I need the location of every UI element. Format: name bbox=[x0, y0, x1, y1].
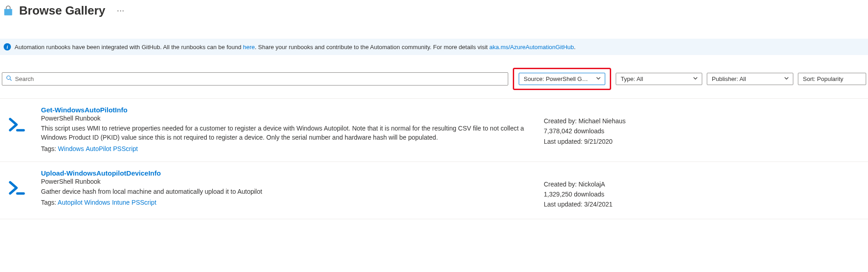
tags-label: Tags: bbox=[41, 145, 58, 152]
tag-link[interactable]: AutoPilot bbox=[86, 145, 111, 152]
created-by: Created by: NickolajA bbox=[544, 179, 662, 189]
result-item: Get-WindowsAutoPilotInfo PowerShell Runb… bbox=[0, 99, 868, 162]
tag-link[interactable]: Windows bbox=[58, 145, 84, 152]
powershell-icon bbox=[5, 169, 30, 210]
results-list: Get-WindowsAutoPilotInfo PowerShell Runb… bbox=[0, 98, 868, 219]
tags-label: Tags: bbox=[41, 199, 58, 206]
chevron-down-icon bbox=[693, 76, 698, 82]
result-item: Upload-WindowsAutopilotDeviceInfo PowerS… bbox=[0, 162, 868, 219]
banner-link-here[interactable]: here bbox=[243, 44, 255, 50]
result-tags: Tags: WindowsAutoPilotPSScript bbox=[41, 145, 533, 152]
result-main: Get-WindowsAutoPilotInfo PowerShell Runb… bbox=[41, 106, 533, 152]
result-meta: Created by: Michael Niehaus 7,378,042 do… bbox=[544, 106, 662, 152]
last-updated: Last updated: 9/21/2020 bbox=[544, 136, 662, 146]
sort-dropdown[interactable]: Sort: Popularity bbox=[798, 73, 866, 85]
created-by: Created by: Michael Niehaus bbox=[544, 116, 662, 126]
more-button[interactable]: ··· bbox=[115, 7, 127, 14]
tag-link[interactable]: Windows bbox=[84, 199, 110, 206]
banner-text-3: . bbox=[574, 44, 576, 50]
downloads: 1,329,250 downloads bbox=[544, 189, 662, 199]
tag-link[interactable]: PSScript bbox=[113, 145, 138, 152]
info-icon: i bbox=[4, 43, 11, 50]
result-description: Gather device hash from local machine an… bbox=[41, 187, 533, 196]
result-title[interactable]: Get-WindowsAutoPilotInfo bbox=[41, 106, 533, 114]
tag-link[interactable]: Intune bbox=[112, 199, 130, 206]
result-subtitle: PowerShell Runbook bbox=[41, 178, 533, 185]
filter-row: Source: PowerShell G… Type: All Publishe… bbox=[0, 55, 868, 98]
tag-link[interactable]: Autopilot bbox=[58, 199, 82, 206]
page-title: Browse Gallery bbox=[19, 4, 105, 18]
publisher-dropdown-label: Publisher: All bbox=[712, 76, 746, 82]
banner-text-1: Automation runbooks have been integrated… bbox=[15, 44, 243, 50]
downloads: 7,378,042 downloads bbox=[544, 126, 662, 136]
type-dropdown[interactable]: Type: All bbox=[616, 73, 702, 85]
chevron-down-icon bbox=[596, 76, 601, 82]
store-icon bbox=[2, 5, 15, 17]
result-main: Upload-WindowsAutopilotDeviceInfo PowerS… bbox=[41, 169, 533, 210]
source-highlight-box: Source: PowerShell G… bbox=[513, 68, 611, 90]
publisher-dropdown[interactable]: Publisher: All bbox=[707, 73, 793, 85]
info-banner: i Automation runbooks have been integrat… bbox=[0, 39, 868, 55]
result-meta: Created by: NickolajA 1,329,250 download… bbox=[544, 169, 662, 210]
result-subtitle: PowerShell Runbook bbox=[41, 115, 533, 122]
chevron-down-icon bbox=[784, 76, 789, 82]
result-title[interactable]: Upload-WindowsAutopilotDeviceInfo bbox=[41, 169, 533, 177]
source-dropdown[interactable]: Source: PowerShell G… bbox=[519, 73, 605, 85]
type-dropdown-label: Type: All bbox=[621, 76, 643, 82]
powershell-icon bbox=[5, 106, 30, 152]
svg-line-1 bbox=[10, 79, 11, 81]
page-header: Browse Gallery ··· bbox=[0, 0, 868, 21]
search-input[interactable] bbox=[15, 76, 504, 82]
info-banner-text: Automation runbooks have been integrated… bbox=[15, 44, 576, 50]
sort-dropdown-label: Sort: Popularity bbox=[803, 76, 843, 82]
banner-text-2: . Share your runbooks and contribute to … bbox=[255, 44, 490, 50]
result-description: This script uses WMI to retrieve propert… bbox=[41, 124, 533, 142]
banner-link-github[interactable]: aka.ms/AzureAutomationGitHub bbox=[490, 44, 574, 50]
svg-point-0 bbox=[7, 76, 10, 80]
source-dropdown-label: Source: PowerShell G… bbox=[524, 76, 588, 82]
result-tags: Tags: AutopilotWindowsIntunePSScript bbox=[41, 199, 533, 206]
search-box[interactable] bbox=[2, 72, 508, 86]
search-icon bbox=[6, 75, 12, 83]
tag-link[interactable]: PSScript bbox=[132, 199, 156, 206]
last-updated: Last updated: 3/24/2021 bbox=[544, 199, 662, 209]
